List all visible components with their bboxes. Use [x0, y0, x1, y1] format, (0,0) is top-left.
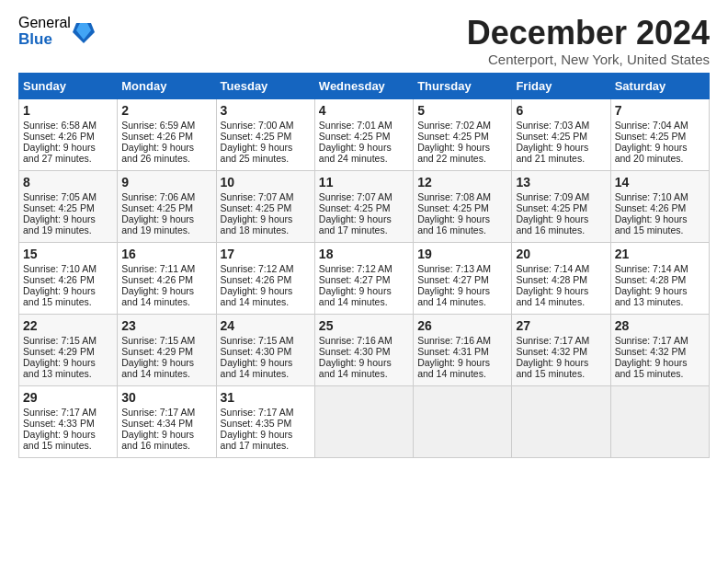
- header-row: General Blue December 2024 Centerport, N…: [18, 15, 710, 67]
- day-number: 12: [417, 175, 507, 190]
- sunrise-text: Sunrise: 7:06 AM: [121, 191, 195, 202]
- daylight-text: Daylight: 9 hours and 16 minutes.: [516, 213, 588, 236]
- day-number: 24: [221, 318, 311, 333]
- day-number: 15: [23, 247, 113, 261]
- sunrise-text: Sunrise: 7:17 AM: [221, 407, 294, 418]
- day-number: 18: [319, 247, 409, 261]
- sunset-text: Sunset: 4:28 PM: [615, 274, 687, 285]
- sunset-text: Sunset: 4:26 PM: [221, 274, 292, 285]
- th-saturday: Saturday: [610, 73, 709, 98]
- daylight-text: Daylight: 9 hours and 14 minutes.: [121, 357, 194, 379]
- day-number: 19: [417, 247, 507, 261]
- daylight-text: Daylight: 9 hours and 17 minutes.: [319, 213, 392, 236]
- calendar-cell: 29Sunrise: 7:17 AMSunset: 4:33 PMDayligh…: [19, 385, 118, 457]
- sunset-text: Sunset: 4:26 PM: [23, 274, 95, 285]
- calendar-cell: 7Sunrise: 7:04 AMSunset: 4:25 PMDaylight…: [610, 98, 709, 170]
- sunrise-text: Sunrise: 7:16 AM: [417, 335, 491, 346]
- sunset-text: Sunset: 4:25 PM: [221, 131, 292, 142]
- sunrise-text: Sunrise: 7:03 AM: [516, 120, 589, 131]
- calendar-cell: [314, 385, 413, 457]
- day-number: 25: [319, 318, 409, 333]
- calendar-cell: 4Sunrise: 7:01 AMSunset: 4:25 PMDaylight…: [314, 98, 413, 170]
- sunset-text: Sunset: 4:25 PM: [516, 131, 587, 142]
- daylight-text: Daylight: 9 hours and 13 minutes.: [23, 357, 96, 379]
- daylight-text: Daylight: 9 hours and 22 minutes.: [417, 142, 490, 164]
- calendar-cell: 27Sunrise: 7:17 AMSunset: 4:32 PMDayligh…: [512, 314, 610, 385]
- calendar-cell: 23Sunrise: 7:15 AMSunset: 4:29 PMDayligh…: [118, 314, 216, 385]
- calendar-cell: 6Sunrise: 7:03 AMSunset: 4:25 PMDaylight…: [512, 98, 610, 170]
- calendar-cell: [610, 385, 709, 457]
- sunrise-text: Sunrise: 6:58 AM: [23, 120, 97, 131]
- calendar-cell: 3Sunrise: 7:00 AMSunset: 4:25 PMDaylight…: [216, 98, 314, 170]
- sunrise-text: Sunrise: 7:10 AM: [23, 263, 97, 274]
- day-number: 31: [221, 390, 311, 405]
- logo-icon: [73, 17, 95, 45]
- sunset-text: Sunset: 4:25 PM: [615, 131, 687, 142]
- daylight-text: Daylight: 9 hours and 19 minutes.: [23, 213, 96, 236]
- daylight-text: Daylight: 9 hours and 17 minutes.: [221, 429, 293, 451]
- calendar-cell: 9Sunrise: 7:06 AMSunset: 4:25 PMDaylight…: [118, 170, 216, 242]
- sunset-text: Sunset: 4:25 PM: [121, 202, 193, 213]
- sunrise-text: Sunrise: 7:17 AM: [615, 335, 688, 346]
- calendar-cell: 5Sunrise: 7:02 AMSunset: 4:25 PMDaylight…: [414, 98, 512, 170]
- calendar-cell: 21Sunrise: 7:14 AMSunset: 4:28 PMDayligh…: [610, 242, 709, 314]
- th-wednesday: Wednesday: [314, 73, 413, 98]
- sunset-text: Sunset: 4:28 PM: [516, 274, 587, 285]
- logo-blue: Blue: [18, 31, 71, 49]
- sunrise-text: Sunrise: 7:07 AM: [221, 191, 294, 202]
- sunset-text: Sunset: 4:27 PM: [417, 274, 489, 285]
- daylight-text: Daylight: 9 hours and 18 minutes.: [221, 213, 293, 236]
- day-number: 28: [615, 318, 705, 333]
- day-number: 14: [615, 175, 705, 190]
- daylight-text: Daylight: 9 hours and 15 minutes.: [615, 213, 688, 236]
- day-number: 30: [121, 390, 211, 405]
- sunset-text: Sunset: 4:26 PM: [23, 131, 95, 142]
- main-title: December 2024: [467, 15, 710, 52]
- calendar-cell: 31Sunrise: 7:17 AMSunset: 4:35 PMDayligh…: [216, 385, 314, 457]
- sunrise-text: Sunrise: 7:15 AM: [221, 335, 294, 346]
- calendar-cell: 28Sunrise: 7:17 AMSunset: 4:32 PMDayligh…: [610, 314, 709, 385]
- calendar-cell: 10Sunrise: 7:07 AMSunset: 4:25 PMDayligh…: [216, 170, 314, 242]
- day-number: 23: [121, 318, 211, 333]
- calendar-cell: 26Sunrise: 7:16 AMSunset: 4:31 PMDayligh…: [414, 314, 512, 385]
- sunrise-text: Sunrise: 7:09 AM: [516, 191, 589, 202]
- daylight-text: Daylight: 9 hours and 15 minutes.: [615, 357, 688, 379]
- day-number: 1: [23, 103, 113, 118]
- daylight-text: Daylight: 9 hours and 15 minutes.: [516, 357, 588, 379]
- th-tuesday: Tuesday: [216, 73, 314, 98]
- sunrise-text: Sunrise: 7:17 AM: [23, 407, 97, 418]
- calendar-cell: 19Sunrise: 7:13 AMSunset: 4:27 PMDayligh…: [414, 242, 512, 314]
- calendar-cell: 25Sunrise: 7:16 AMSunset: 4:30 PMDayligh…: [314, 314, 413, 385]
- calendar-cell: 15Sunrise: 7:10 AMSunset: 4:26 PMDayligh…: [19, 242, 118, 314]
- sunrise-text: Sunrise: 7:15 AM: [121, 335, 195, 346]
- daylight-text: Daylight: 9 hours and 14 minutes.: [221, 285, 293, 307]
- sunrise-text: Sunrise: 7:02 AM: [417, 120, 491, 131]
- logo: General Blue: [18, 15, 95, 48]
- calendar-cell: 20Sunrise: 7:14 AMSunset: 4:28 PMDayligh…: [512, 242, 610, 314]
- sunset-text: Sunset: 4:25 PM: [319, 202, 391, 213]
- sunset-text: Sunset: 4:25 PM: [417, 131, 489, 142]
- day-number: 26: [417, 318, 507, 333]
- calendar-cell: 1Sunrise: 6:58 AMSunset: 4:26 PMDaylight…: [19, 98, 118, 170]
- th-friday: Friday: [512, 73, 610, 98]
- sunrise-text: Sunrise: 7:15 AM: [23, 335, 97, 346]
- sunrise-text: Sunrise: 7:11 AM: [121, 263, 195, 274]
- calendar-cell: 13Sunrise: 7:09 AMSunset: 4:25 PMDayligh…: [512, 170, 610, 242]
- logo-general: General: [18, 15, 71, 31]
- sunrise-text: Sunrise: 7:07 AM: [319, 191, 392, 202]
- th-monday: Monday: [118, 73, 216, 98]
- page-container: General Blue December 2024 Centerport, N…: [0, 0, 728, 467]
- calendar-cell: 2Sunrise: 6:59 AMSunset: 4:26 PMDaylight…: [118, 98, 216, 170]
- daylight-text: Daylight: 9 hours and 24 minutes.: [319, 142, 392, 164]
- daylight-text: Daylight: 9 hours and 14 minutes.: [121, 285, 194, 307]
- sunrise-text: Sunrise: 7:00 AM: [221, 120, 294, 131]
- sunrise-text: Sunrise: 7:12 AM: [319, 263, 392, 274]
- th-thursday: Thursday: [414, 73, 512, 98]
- daylight-text: Daylight: 9 hours and 15 minutes.: [23, 285, 96, 307]
- calendar-cell: [414, 385, 512, 457]
- daylight-text: Daylight: 9 hours and 13 minutes.: [615, 285, 688, 307]
- calendar-cell: 30Sunrise: 7:17 AMSunset: 4:34 PMDayligh…: [118, 385, 216, 457]
- sunset-text: Sunset: 4:25 PM: [516, 202, 587, 213]
- daylight-text: Daylight: 9 hours and 16 minutes.: [121, 429, 194, 451]
- sunset-text: Sunset: 4:30 PM: [319, 346, 391, 357]
